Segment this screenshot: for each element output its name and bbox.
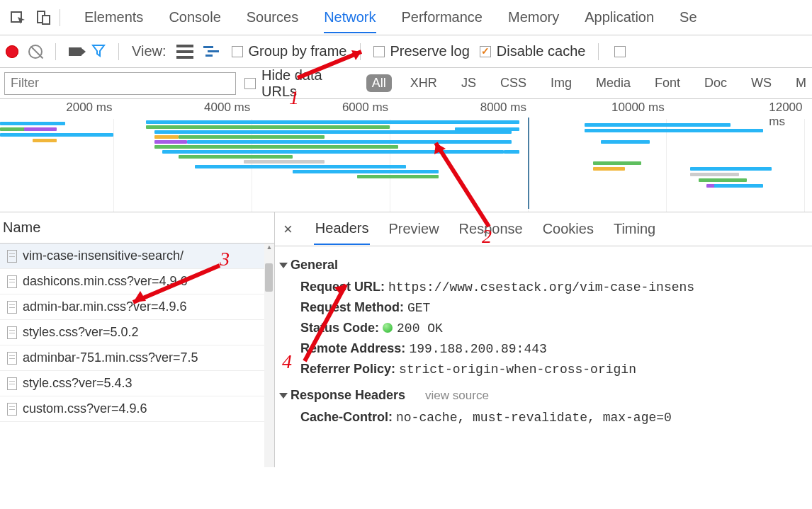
record-button[interactable] bbox=[6, 45, 18, 58]
devtools-tab-bar: Elements Console Sources Network Perform… bbox=[0, 0, 812, 35]
details-split: Name vim-case-insensitive-search/ dashic… bbox=[0, 212, 812, 467]
tab-memory[interactable]: Memory bbox=[508, 2, 559, 33]
annotation-number: 4 bbox=[282, 350, 292, 373]
requests-pane: Name vim-case-insensitive-search/ dashic… bbox=[0, 212, 275, 467]
document-icon bbox=[7, 275, 17, 288]
document-icon bbox=[7, 377, 17, 390]
tab-elements[interactable]: Elements bbox=[84, 2, 143, 33]
separator bbox=[60, 9, 60, 26]
disclosure-triangle-icon[interactable] bbox=[279, 263, 288, 268]
view-list-icon[interactable] bbox=[176, 45, 193, 59]
preserve-log[interactable]: Preserve log bbox=[373, 43, 470, 59]
response-headers-section[interactable]: Response Headers bbox=[279, 384, 405, 407]
scroll-thumb[interactable] bbox=[265, 263, 273, 292]
annotation-number: 2 bbox=[482, 225, 492, 248]
cache-control-row: Cache-Control: no-cache, must-revalidate… bbox=[279, 407, 808, 428]
tick-label: 8000 ms bbox=[480, 101, 528, 115]
group-by-frame[interactable]: Group by frame bbox=[232, 43, 347, 59]
tab-headers[interactable]: Headers bbox=[314, 213, 371, 245]
tick-label: 2000 ms bbox=[66, 101, 113, 115]
close-icon[interactable]: × bbox=[279, 220, 297, 239]
tab-preview[interactable]: Preview bbox=[387, 214, 440, 244]
filter-doc[interactable]: Doc bbox=[699, 74, 733, 92]
request-url-row: Request URL: https://www.csestack.org/vi… bbox=[279, 277, 808, 297]
view-waterfall-icon[interactable] bbox=[203, 45, 222, 59]
tab-overflow[interactable]: Se bbox=[680, 2, 697, 33]
filter-overflow[interactable]: M bbox=[790, 74, 812, 92]
separator bbox=[118, 43, 119, 60]
disable-cache[interactable]: Disable cache bbox=[480, 43, 586, 59]
annotation-number: 1 bbox=[289, 86, 299, 109]
document-icon bbox=[7, 301, 17, 314]
headers-body: General Request URL: https://www.csestac… bbox=[275, 246, 812, 435]
filter-input[interactable] bbox=[4, 72, 236, 95]
camera-icon[interactable] bbox=[69, 47, 81, 56]
detail-pane: × Headers Preview Response Cookies Timin… bbox=[275, 212, 812, 467]
tab-cookies[interactable]: Cookies bbox=[541, 214, 595, 244]
annotation-number: 3 bbox=[220, 248, 230, 270]
clear-button[interactable] bbox=[28, 45, 43, 59]
filter-font[interactable]: Font bbox=[649, 74, 686, 92]
resource-type-filters: All XHR JS CSS Img Media Font Doc WS M bbox=[361, 74, 812, 92]
filter-media[interactable]: Media bbox=[590, 74, 636, 92]
request-method-row: Request Method: GET bbox=[279, 297, 808, 318]
request-row[interactable]: custom.css?ver=4.9.6 bbox=[0, 396, 274, 422]
filter-js[interactable]: JS bbox=[456, 74, 482, 92]
checkbox-icon[interactable] bbox=[614, 46, 626, 57]
svg-rect-4 bbox=[208, 50, 219, 52]
timeline-bars bbox=[0, 120, 812, 206]
time-ruler: 2000 ms 4000 ms 6000 ms 8000 ms 10000 ms… bbox=[0, 99, 812, 119]
request-row[interactable]: admin-bar.min.css?ver=4.9.6 bbox=[0, 294, 274, 320]
filter-ws[interactable]: WS bbox=[745, 74, 777, 92]
tab-performance[interactable]: Performance bbox=[402, 2, 483, 33]
filter-css[interactable]: CSS bbox=[495, 74, 532, 92]
checkbox-icon[interactable] bbox=[373, 46, 385, 57]
request-row[interactable]: vim-case-insensitive-search/ bbox=[0, 244, 274, 269]
svg-rect-3 bbox=[203, 46, 213, 48]
waterfall-overview[interactable]: 2000 ms 4000 ms 6000 ms 8000 ms 10000 ms… bbox=[0, 99, 812, 212]
referrer-policy-row: Referrer Policy: strict-origin-when-cros… bbox=[279, 359, 808, 379]
scrollbar[interactable]: ▲ bbox=[264, 244, 274, 467]
device-toolbar-icon[interactable] bbox=[35, 9, 52, 26]
separator bbox=[598, 43, 599, 60]
request-row[interactable]: styles.css?ver=5.0.2 bbox=[0, 320, 274, 345]
request-row[interactable]: adminbar-751.min.css?ver=7.5 bbox=[0, 345, 274, 371]
disclosure-triangle-icon[interactable] bbox=[279, 393, 288, 399]
view-label: View: bbox=[132, 43, 167, 59]
hide-data-urls[interactable]: Hide data URLs bbox=[244, 67, 361, 100]
filter-img[interactable]: Img bbox=[545, 74, 577, 92]
filter-icon[interactable] bbox=[91, 43, 106, 59]
tick-label: 6000 ms bbox=[342, 101, 390, 115]
document-icon bbox=[7, 352, 17, 365]
filter-all[interactable]: All bbox=[366, 74, 392, 92]
document-icon bbox=[7, 326, 17, 339]
status-code-row: Status Code: 200 OK bbox=[279, 318, 808, 338]
svg-rect-5 bbox=[205, 55, 213, 57]
tab-network[interactable]: Network bbox=[324, 2, 376, 33]
inspect-element-icon[interactable] bbox=[10, 9, 27, 26]
svg-rect-2 bbox=[43, 16, 50, 24]
document-icon bbox=[7, 250, 17, 263]
request-row[interactable]: style.css?ver=5.4.3 bbox=[0, 371, 274, 396]
checkbox-icon[interactable] bbox=[232, 46, 243, 57]
tab-sources[interactable]: Sources bbox=[247, 2, 298, 33]
tab-timing[interactable]: Timing bbox=[612, 214, 657, 244]
checkbox-icon[interactable] bbox=[480, 46, 491, 57]
tick-label: 4000 ms bbox=[204, 101, 252, 115]
scroll-up-icon[interactable]: ▲ bbox=[264, 244, 274, 251]
network-toolbar: View: Group by frame Preserve log Disabl… bbox=[0, 35, 812, 68]
tab-application[interactable]: Application bbox=[585, 2, 654, 33]
status-dot-icon bbox=[383, 323, 393, 333]
separator bbox=[55, 43, 56, 60]
separator bbox=[360, 43, 361, 60]
name-column-header[interactable]: Name bbox=[0, 212, 274, 244]
requests-list[interactable]: vim-case-insensitive-search/ dashicons.m… bbox=[0, 244, 274, 467]
filter-row: Hide data URLs All XHR JS CSS Img Media … bbox=[0, 68, 812, 99]
checkbox-icon[interactable] bbox=[244, 78, 256, 89]
tab-console[interactable]: Console bbox=[169, 2, 220, 33]
filter-xhr[interactable]: XHR bbox=[405, 74, 443, 92]
view-source-link[interactable]: view source bbox=[425, 389, 489, 403]
request-row[interactable]: dashicons.min.css?ver=4.9.6 bbox=[0, 269, 274, 294]
general-section[interactable]: General bbox=[279, 253, 808, 277]
detail-tabs: × Headers Preview Response Cookies Timin… bbox=[275, 212, 812, 246]
